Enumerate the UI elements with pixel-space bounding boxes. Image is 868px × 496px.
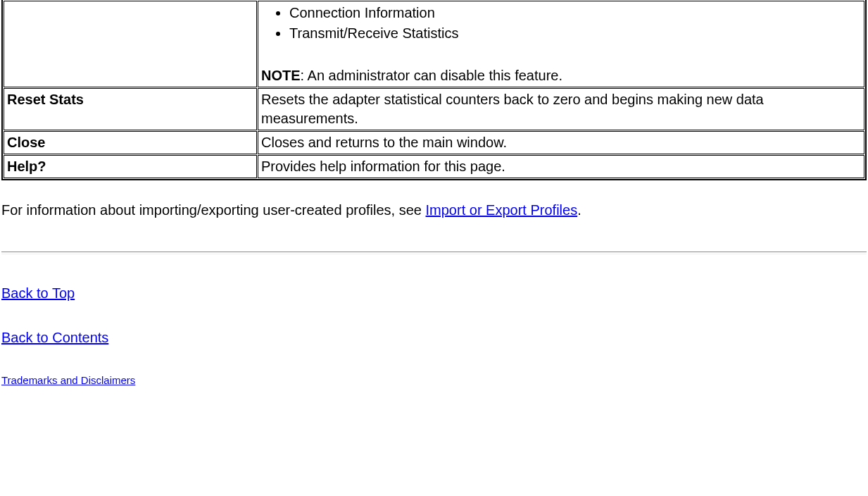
back-to-contents-wrap: Back to Contents: [1, 330, 867, 346]
row-label-close: Close: [4, 131, 257, 154]
table-row: Connection Information Transmit/Receive …: [4, 1, 864, 87]
back-to-contents-link[interactable]: Back to Contents: [1, 330, 108, 345]
back-to-top-wrap: Back to Top: [1, 285, 867, 302]
info-paragraph: For information about importing/exportin…: [1, 200, 867, 221]
import-export-profiles-link[interactable]: Import or Export Profiles: [426, 202, 578, 218]
trademarks-link[interactable]: Trademarks and Disclaimers: [1, 374, 135, 386]
note-line: NOTE: An administrator can disable this …: [261, 66, 861, 85]
row-desc-reset-stats: Resets the adapter statistical counters …: [258, 88, 864, 130]
table-row: Help? Provides help information for this…: [4, 155, 864, 178]
separator: [1, 252, 867, 254]
trademarks-wrap: Trademarks and Disclaimers: [1, 374, 867, 386]
list-item: Transmit/Receive Statistics: [289, 23, 861, 44]
table-row: Close Closes and returns to the main win…: [4, 131, 864, 154]
details-list: Connection Information Transmit/Receive …: [289, 3, 861, 44]
info-suffix: .: [577, 202, 581, 218]
row-label-details: [4, 1, 257, 87]
note-label: NOTE: [261, 68, 301, 83]
row-desc-details: Connection Information Transmit/Receive …: [258, 1, 864, 87]
feature-table: Connection Information Transmit/Receive …: [1, 0, 867, 180]
row-desc-help: Provides help information for this page.: [258, 155, 864, 178]
note-text: : An administrator can disable this feat…: [301, 68, 562, 83]
back-to-top-link[interactable]: Back to Top: [1, 285, 75, 301]
row-label-help: Help?: [4, 155, 257, 178]
row-desc-close: Closes and returns to the main window.: [258, 131, 864, 154]
table-row: Reset Stats Resets the adapter statistic…: [4, 88, 864, 130]
list-item: Connection Information: [289, 3, 861, 23]
info-prefix: For information about importing/exportin…: [1, 202, 426, 218]
row-label-reset-stats: Reset Stats: [4, 88, 257, 130]
